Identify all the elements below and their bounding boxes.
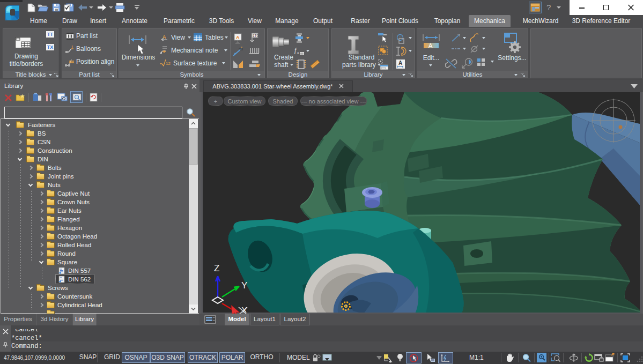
svg-text:1T0: 1T0 (253, 34, 258, 38)
svg-text:12: 12 (166, 61, 171, 66)
svg-text:1: 1 (71, 45, 73, 49)
svg-text:A: A (162, 34, 166, 40)
svg-text:A: A (398, 60, 402, 66)
svg-text:x: x (297, 50, 299, 55)
svg-text:A: A (428, 42, 433, 49)
svg-text:A: A (236, 35, 240, 40)
svg-text:Y: Y (241, 280, 247, 291)
svg-text:Z: Z (214, 263, 219, 273)
